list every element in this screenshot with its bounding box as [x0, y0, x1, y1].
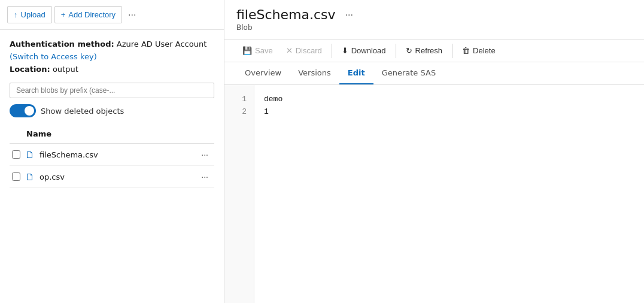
fileschema-name[interactable]: fileSchema.csv — [40, 150, 193, 159]
save-label: Save — [255, 46, 273, 55]
line-number-2: 2 — [232, 106, 247, 119]
location-label: Location: — [10, 65, 50, 74]
add-directory-button[interactable]: + Add Directory — [54, 6, 122, 23]
left-toolbar: ↑ Upload + Add Directory ··· — [0, 0, 224, 30]
file-row: 🗋 op.csv ··· — [10, 166, 214, 188]
add-directory-label: Add Directory — [68, 10, 116, 19]
opcsv-file-icon: 🗋 — [25, 171, 35, 183]
file-title: fileSchema.csv — [236, 7, 336, 22]
save-button[interactable]: 💾 Save — [236, 43, 279, 58]
fileschema-more-button[interactable]: ··· — [198, 149, 212, 160]
discard-label: Discard — [296, 46, 322, 55]
file-title-row: fileSchema.csv ··· — [236, 7, 632, 22]
discard-icon: ✕ — [286, 46, 293, 55]
toggle-row: Show deleted objects — [10, 104, 214, 117]
show-deleted-toggle[interactable] — [10, 104, 36, 117]
toolbar-divider-2 — [396, 44, 396, 58]
upload-label: Upload — [21, 10, 45, 19]
right-toolbar: 💾 Save ✕ Discard ⬇ Download ↻ Refresh 🗑 … — [224, 40, 644, 62]
discard-button[interactable]: ✕ Discard — [280, 43, 328, 58]
name-column-header: Name — [10, 129, 51, 138]
line-number-1: 1 — [232, 93, 247, 106]
search-input[interactable] — [10, 83, 214, 98]
file-table-header: Name — [10, 127, 214, 144]
switch-access-key-link[interactable]: (Switch to Access key) — [10, 52, 97, 61]
right-header: fileSchema.csv ··· Blob — [224, 0, 644, 40]
opcsv-checkbox[interactable] — [12, 172, 20, 181]
delete-icon: 🗑 — [462, 46, 470, 55]
file-table: Name 🗋 fileSchema.csv ··· 🗋 op.csv ··· — [10, 127, 214, 188]
refresh-label: Refresh — [415, 46, 443, 55]
download-button[interactable]: ⬇ Download — [336, 43, 392, 58]
editor-line-2: 1 — [264, 106, 634, 119]
opcsv-name[interactable]: op.csv — [40, 172, 193, 181]
delete-label: Delete — [473, 46, 496, 55]
toggle-label: Show deleted objects — [41, 107, 124, 116]
editor-area: 1 2 demo 1 — [224, 85, 644, 303]
auth-method-value: Azure AD User Account — [117, 40, 206, 49]
file-type-badge: Blob — [236, 23, 632, 32]
line-numbers: 1 2 — [224, 85, 254, 303]
toolbar-divider-3 — [452, 44, 452, 58]
tab-generate-sas[interactable]: Generate SAS — [373, 62, 445, 84]
auth-method-label: Authentication method: — [10, 40, 114, 49]
download-icon: ⬇ — [342, 46, 348, 55]
tab-edit[interactable]: Edit — [339, 62, 373, 84]
delete-button[interactable]: 🗑 Delete — [456, 43, 502, 58]
tab-versions[interactable]: Versions — [290, 62, 339, 84]
download-label: Download — [351, 46, 386, 55]
refresh-button[interactable]: ↻ Refresh — [400, 43, 449, 58]
toolbar-divider-1 — [332, 44, 332, 58]
left-content: Authentication method: Azure AD User Acc… — [0, 30, 224, 303]
opcsv-more-button[interactable]: ··· — [198, 171, 212, 183]
tab-overview[interactable]: Overview — [236, 62, 290, 84]
editor-line-1: demo — [264, 93, 634, 106]
upload-icon: ↑ — [14, 10, 18, 19]
save-icon: 💾 — [242, 46, 252, 55]
fileschema-file-icon: 🗋 — [25, 149, 35, 160]
left-toolbar-more-button[interactable]: ··· — [124, 7, 139, 23]
editor-content[interactable]: demo 1 — [254, 85, 644, 303]
upload-button[interactable]: ↑ Upload — [7, 6, 52, 23]
left-panel: ↑ Upload + Add Directory ··· Authenticat… — [0, 0, 224, 303]
refresh-icon: ↻ — [406, 46, 412, 55]
fileschema-checkbox[interactable] — [12, 150, 20, 159]
location-value: output — [53, 65, 78, 74]
toggle-slider — [10, 104, 36, 117]
auth-info: Authentication method: Azure AD User Acc… — [10, 38, 214, 75]
add-directory-icon: + — [61, 10, 66, 19]
right-panel: fileSchema.csv ··· Blob 💾 Save ✕ Discard… — [224, 0, 644, 303]
file-title-more-button[interactable]: ··· — [342, 8, 357, 22]
tabs: Overview Versions Edit Generate SAS — [224, 62, 644, 85]
file-row: 🗋 fileSchema.csv ··· — [10, 144, 214, 166]
